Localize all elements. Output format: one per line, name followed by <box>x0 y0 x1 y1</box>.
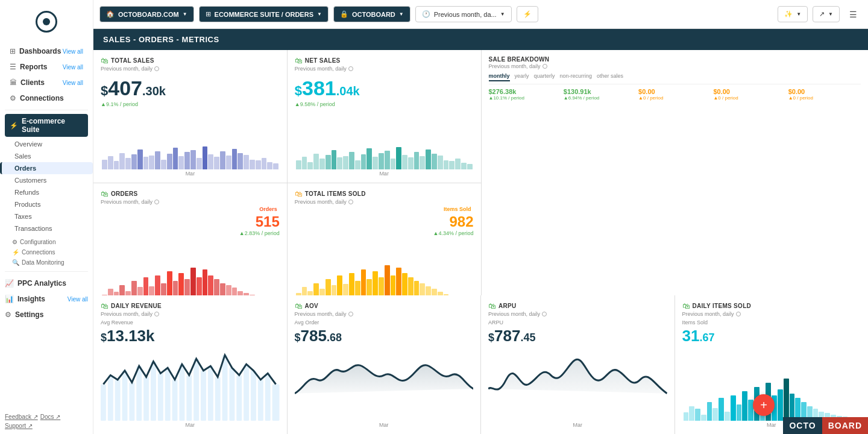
svg-rect-11 <box>179 364 184 421</box>
svg-rect-13 <box>193 359 199 421</box>
tab-quarterly[interactable]: quarterly <box>534 73 555 81</box>
card-daily-revenue: 🛍 DAILY REVENUE Previous month, daily Av… <box>93 295 287 434</box>
sale-breakdown-subtitle: Previous month, daily <box>489 63 861 69</box>
dashboard-title: SALES - ORDERS - METRICS <box>93 29 868 50</box>
fab-button[interactable]: + <box>753 394 775 416</box>
svg-rect-8 <box>158 373 163 421</box>
total-sales-chart: Mar <box>101 110 280 177</box>
sidebar-item-clients[interactable]: 🏛 Clients View all <box>5 75 88 90</box>
items-chart: Mar <box>295 239 474 295</box>
svg-rect-19 <box>236 375 242 421</box>
total-sales-info[interactable] <box>154 66 159 71</box>
orders-icon: 🛍 <box>101 189 108 198</box>
arpu-info[interactable] <box>542 312 547 316</box>
sidebar-item-customers[interactable]: Customers <box>0 174 93 186</box>
board-selector[interactable]: 🔒 OCTOBOARD ▼ <box>333 6 410 22</box>
bottom-metrics-grid: 🛍 DAILY REVENUE Previous month, daily Av… <box>93 295 868 434</box>
total-sales-subtitle: Previous month, daily <box>101 66 280 72</box>
svg-rect-0 <box>101 385 106 421</box>
orders-value: 515 <box>101 213 280 230</box>
sidebar-item-taxes[interactable]: Taxes <box>0 210 93 222</box>
feedback-link[interactable]: Feedback ↗ <box>5 414 38 420</box>
aov-info[interactable] <box>348 312 353 316</box>
octo-text: OCTO <box>783 417 822 434</box>
items-value: 982 <box>295 213 474 230</box>
share-btn[interactable]: ↗ ▼ <box>813 6 840 22</box>
total-sales-icon: 🛍 <box>101 56 108 65</box>
sidebar-item-products[interactable]: Products <box>0 198 93 210</box>
svg-rect-24 <box>272 385 280 421</box>
menu-btn[interactable]: ☰ <box>844 6 862 23</box>
tab-yearly[interactable]: yearly <box>515 73 529 81</box>
sidebar-item-configuration[interactable]: ⚙ Configuration <box>0 237 93 247</box>
footer-links: Feedback ↗ Docs ↗ Support ↗ <box>0 409 93 434</box>
star-dropdown-icon: ▼ <box>796 11 801 17</box>
sidebar-item-connections-sub[interactable]: ⚡ Connections <box>0 247 93 257</box>
sidebar-item-data-monitoring[interactable]: 🔍 Data Monitoring <box>0 257 93 268</box>
config-icon: ⚙ <box>12 239 17 245</box>
connections-icon: ⚙ <box>10 94 16 102</box>
sidebar-item-ppc[interactable]: 📈 PPC Analytics <box>0 275 93 291</box>
net-sales-chart: Mar <box>295 110 474 177</box>
net-sales-info[interactable] <box>348 66 353 71</box>
sidebar-item-reports[interactable]: ☰ Reports View all <box>5 59 88 75</box>
suite-selector[interactable]: ⊞ ECOMMERCE SUITE / ORDERS ▼ <box>199 6 329 22</box>
sidebar-item-insights[interactable]: 📊 Insights View all <box>0 291 93 307</box>
net-sales-icon: 🛍 <box>295 56 303 65</box>
site-dropdown-icon: ▼ <box>183 11 187 17</box>
daily-rev-chart: Mar <box>101 348 280 428</box>
time-selector[interactable]: 🕐 Previous month, da... ▼ <box>415 6 512 22</box>
svg-rect-6 <box>143 377 149 421</box>
octoboard-badge: OCTO BOARD <box>783 417 868 434</box>
logo-icon[interactable] <box>36 11 57 33</box>
daily-items-icon: 🛍 <box>682 301 690 310</box>
sidebar-item-overview[interactable]: Overview <box>0 138 93 150</box>
svg-rect-2 <box>115 380 121 421</box>
sidebar-item-sales[interactable]: Sales <box>0 150 93 162</box>
orders-info[interactable] <box>154 200 159 204</box>
site-selector[interactable]: 🏠 OCTOBOARD.COM ▼ <box>99 6 194 22</box>
support-link[interactable]: Support ↗ <box>5 423 33 429</box>
items-info[interactable] <box>348 200 353 204</box>
main-content: 🏠 OCTOBOARD.COM ▼ ⊞ ECOMMERCE SUITE / OR… <box>93 0 868 434</box>
ecommerce-icon: ⚡ <box>10 122 18 130</box>
svg-rect-4 <box>129 382 134 421</box>
tab-non-recurring[interactable]: non-recurring <box>560 73 593 81</box>
card-sale-breakdown: SALE BREAKDOWN Previous month, daily mon… <box>482 50 869 295</box>
aov-chart-label: Mar <box>295 422 474 428</box>
sidebar-item-orders[interactable]: Orders <box>0 162 93 174</box>
logo-area <box>0 5 93 39</box>
svg-rect-9 <box>165 368 171 421</box>
lightning-btn[interactable]: ⚡ <box>517 6 538 22</box>
card-total-sales: 🛍 TOTAL SALES Previous month, daily $ 40… <box>93 50 287 183</box>
net-sales-change: ▲9.58% / period <box>295 101 474 107</box>
settings-icon: ⚙ <box>5 310 11 319</box>
daily-rev-info[interactable] <box>154 312 159 316</box>
sidebar-item-dashboards[interactable]: ⊞ Dashboards View all <box>5 43 88 59</box>
net-sales-big: 381 <box>302 77 336 100</box>
arpu-chart-label: Mar <box>488 422 667 428</box>
svg-rect-15 <box>208 366 213 421</box>
card-aov: 🛍 AOV Previous month, daily Avg Order $ … <box>288 295 481 434</box>
sidebar-item-settings[interactable]: ⚙ Settings <box>0 307 93 322</box>
card-total-items: 🛍 TOTAL ITEMS SOLD Previous month, daily… <box>288 183 481 295</box>
docs-link[interactable]: Docs ↗ <box>40 414 61 420</box>
sidebar-item-transactions[interactable]: Transactions <box>0 222 93 234</box>
svg-rect-21 <box>251 371 256 421</box>
time-icon: 🕐 <box>422 10 430 18</box>
daily-items-info[interactable] <box>736 312 741 316</box>
tab-monthly[interactable]: monthly <box>489 73 510 81</box>
breakdown-other: $0.00 ▲0 / period <box>788 88 861 101</box>
suite-icon: ⊞ <box>206 10 211 18</box>
svg-rect-1 <box>108 375 113 421</box>
star-btn[interactable]: ✨ ▼ <box>778 6 808 22</box>
aov-icon: 🛍 <box>295 301 303 310</box>
sidebar-item-ecommerce-suite[interactable]: ⚡ E-commerce Suite <box>5 114 88 137</box>
tab-other-sales[interactable]: other sales <box>597 73 623 81</box>
sale-breakdown-info[interactable] <box>542 64 547 69</box>
daily-items-chart: Mar <box>682 348 861 428</box>
svg-rect-7 <box>151 362 156 421</box>
svg-rect-12 <box>186 375 192 421</box>
sidebar-item-connections[interactable]: ⚙ Connections <box>5 90 88 106</box>
sidebar-item-refunds[interactable]: Refunds <box>0 186 93 198</box>
